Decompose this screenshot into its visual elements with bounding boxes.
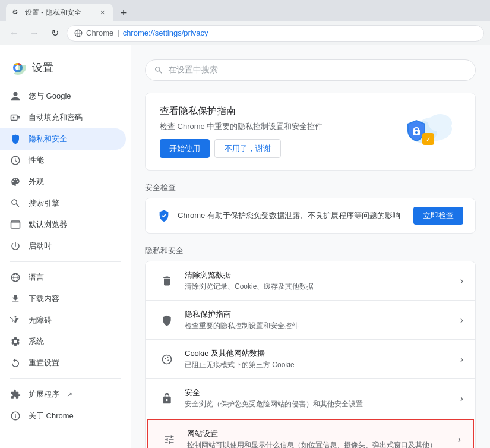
accessibility-icon [10, 314, 21, 326]
privacy-guide-title: 隐私保护指南 [185, 309, 452, 320]
svg-text:✓: ✓ [426, 136, 431, 143]
sidebar-item-appearance[interactable]: 外观 [0, 171, 126, 193]
palette-icon [10, 176, 21, 188]
address-bar[interactable]: Chrome | chrome://settings/privacy [67, 25, 484, 42]
sidebar-item-privacy-label: 隐私和安全 [29, 134, 67, 144]
sidebar-item-language[interactable]: 语言 [0, 267, 126, 288]
sidebar-item-performance[interactable]: 性能 [0, 150, 126, 171]
sidebar-item-downloads[interactable]: 下载内容 [0, 288, 126, 310]
banner-dismiss-button[interactable]: 不用了，谢谢 [214, 139, 281, 158]
browser-frame: ⚙ 设置 - 隐私和安全 ✕ + ← → ↻ Chrome | chrome:/… [0, 0, 490, 448]
sidebar-item-extensions[interactable]: 扩展程序 ↗ [0, 384, 126, 405]
sidebar-item-about-label: 关于 Chrome [29, 411, 74, 421]
svg-point-23 [165, 358, 166, 359]
clear-browsing-arrow: › [460, 276, 463, 286]
sidebar-item-default-browser[interactable]: 默认浏览器 [0, 214, 126, 235]
cookies-text: Cookie 及其他网站数据 已阻止无痕模式下的第三方 Cookie [185, 348, 452, 370]
globe-icon [10, 272, 21, 283]
refresh-button[interactable]: ↻ [46, 25, 63, 42]
settings-icon [10, 336, 21, 348]
banner-graphic: ✓ [390, 108, 461, 156]
sidebar-item-startup[interactable]: 启动时 [0, 235, 126, 257]
site-settings-item[interactable]: 网站设置 控制网站可以使用和显示什么信息（如位置信息、摄像头、弹出式窗口及其他）… [147, 419, 474, 448]
address-globe-icon [74, 29, 83, 37]
security-arrow: › [460, 393, 463, 404]
active-tab[interactable]: ⚙ 设置 - 隐私和安全 ✕ [6, 4, 113, 21]
sidebar-item-search-label: 搜索引擎 [29, 198, 59, 209]
address-separator: | [117, 29, 119, 37]
cookies-item[interactable]: Cookie 及其他网站数据 已阻止无痕模式下的第三方 Cookie › [146, 339, 475, 378]
site-settings-title: 网站设置 [187, 428, 450, 439]
tune-icon [160, 430, 179, 449]
safety-text: Chrome 有助于保护您免受数据泄露、不良扩展程序等问题的影响 [178, 210, 406, 221]
sidebar-item-google[interactable]: 您与 Google [0, 86, 126, 107]
check-now-button[interactable]: 立即检查 [413, 207, 463, 225]
security-icon [157, 389, 176, 408]
privacy-guide-text: 隐私保护指南 检查重要的隐私控制设置和安全控件 [185, 309, 452, 331]
info-icon [10, 410, 21, 422]
content-area: 在设置中搜索 查看隐私保护指南 检查 Chrome 中重要的隐私控制设置和安全控… [131, 45, 490, 448]
new-tab-button[interactable]: + [115, 5, 132, 21]
svg-point-8 [13, 117, 15, 119]
svg-point-19 [415, 131, 418, 134]
sidebar-item-system-label: 系统 [29, 336, 44, 347]
safety-card: Chrome 有助于保护您免受数据泄露、不良扩展程序等问题的影响 立即检查 [145, 198, 476, 234]
site-settings-text: 网站设置 控制网站可以使用和显示什么信息（如位置信息、摄像头、弹出式窗口及其他） [187, 428, 450, 448]
main-content: 设置 您与 Google 自动填充和密码 隐私和安全 [0, 45, 490, 448]
sidebar-item-system[interactable]: 系统 [0, 331, 126, 352]
sidebar-item-autofill-label: 自动填充和密码 [29, 112, 83, 123]
chrome-logo-icon [10, 59, 26, 76]
cookie-icon [157, 350, 176, 369]
back-button[interactable]: ← [6, 25, 23, 42]
clear-browsing-item[interactable]: 清除浏览数据 清除浏览记录、Cookie、缓存及其他数据 › [146, 261, 475, 300]
banner-title: 查看隐私保护指南 [160, 105, 380, 118]
sidebar-item-google-label: 您与 Google [29, 91, 71, 102]
sidebar-item-accessibility-label: 无障碍 [29, 315, 52, 326]
forward-button[interactable]: → [26, 25, 43, 42]
svg-point-26 [166, 360, 167, 361]
sidebar-item-reset[interactable]: 重置设置 [0, 352, 126, 374]
tab-favicon: ⚙ [12, 8, 21, 17]
address-brand: Chrome [86, 29, 113, 37]
safety-section-title: 安全检查 [145, 182, 476, 193]
tab-close-button[interactable]: ✕ [97, 8, 107, 17]
sidebar-item-autofill[interactable]: 自动填充和密码 [0, 107, 126, 128]
sidebar-item-privacy[interactable]: 隐私和安全 [0, 128, 126, 150]
svg-rect-9 [11, 221, 20, 228]
shield-sidebar-icon [10, 133, 21, 145]
banner-start-button[interactable]: 开始使用 [160, 139, 210, 158]
security-item[interactable]: 安全 安全浏览（保护您免受危险网站的侵害）和其他安全设置 › [146, 378, 475, 418]
sidebar-item-search[interactable]: 搜索引擎 [0, 193, 126, 214]
security-title: 安全 [185, 387, 452, 398]
clear-browsing-desc: 清除浏览记录、Cookie、缓存及其他数据 [185, 282, 452, 292]
sidebar-title: 设置 [32, 61, 53, 75]
power-icon [10, 240, 21, 252]
sidebar-item-language-label: 语言 [29, 272, 44, 283]
privacy-guide-item[interactable]: 隐私保护指南 检查重要的隐私控制设置和安全控件 › [146, 300, 475, 339]
search-bar[interactable]: 在设置中搜索 [145, 59, 476, 81]
privacy-guide-icon [157, 311, 176, 330]
banner-desc: 检查 Chrome 中重要的隐私控制设置和安全控件 [160, 121, 380, 132]
svg-point-17 [428, 114, 452, 132]
address-bar-row: ← → ↻ Chrome | chrome://settings/privacy [0, 21, 490, 45]
cookies-desc: 已阻止无痕模式下的第三方 Cookie [185, 360, 452, 370]
sidebar-divider-2 [10, 378, 121, 379]
privacy-guide-arrow: › [460, 315, 463, 326]
address-url: chrome://settings/privacy [123, 29, 476, 37]
delete-icon [157, 272, 176, 291]
privacy-banner: 查看隐私保护指南 检查 Chrome 中重要的隐私控制设置和安全控件 开始使用 … [145, 93, 476, 171]
clear-browsing-title: 清除浏览数据 [185, 270, 452, 280]
tab-title: 设置 - 隐私和安全 [25, 8, 94, 18]
svg-point-25 [167, 359, 169, 361]
security-desc: 安全浏览（保护您免受危险网站的侵害）和其他安全设置 [185, 399, 452, 409]
privacy-section-card: 清除浏览数据 清除浏览记录、Cookie、缓存及其他数据 › 隐私保护指南 检查… [145, 261, 476, 448]
sidebar-item-performance-label: 性能 [29, 155, 44, 166]
sidebar-item-default-browser-label: 默认浏览器 [29, 219, 67, 230]
cookies-arrow: › [460, 354, 463, 365]
sidebar-item-about[interactable]: 关于 Chrome [0, 405, 126, 427]
svg-point-22 [163, 355, 172, 364]
sidebar-item-accessibility[interactable]: 无障碍 [0, 310, 126, 331]
sidebar-logo: 设置 [0, 55, 131, 86]
browser-icon [10, 219, 21, 231]
person-icon [10, 90, 21, 102]
